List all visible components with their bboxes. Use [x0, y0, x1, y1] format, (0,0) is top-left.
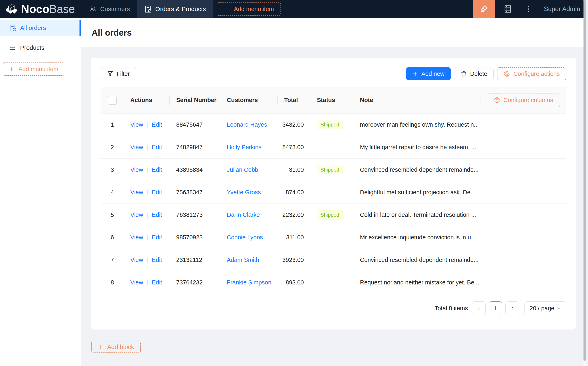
table-header-row: Actions Serial Number Customers Total St…: [101, 87, 566, 114]
row-index-cell: 5: [101, 204, 124, 226]
table-row: 5View|Edit76381273Darin Clarke2232.00Shi…: [101, 204, 566, 226]
actions-divider: |: [147, 167, 148, 173]
edit-link[interactable]: Edit: [152, 257, 162, 263]
configure-actions-button[interactable]: Configure actions: [497, 67, 566, 80]
row-status-cell: [310, 181, 354, 204]
edit-link[interactable]: Edit: [152, 121, 162, 128]
column-header-serial-number[interactable]: Serial Number: [170, 87, 220, 113]
app-window: NocoBase Customers Orders & Products Add…: [0, 0, 586, 366]
page-scrollbar[interactable]: [583, 0, 586, 366]
edit-link[interactable]: Edit: [152, 212, 162, 218]
customer-link[interactable]: Darin Clarke: [227, 212, 260, 218]
pagination-page-1[interactable]: 1: [489, 301, 502, 315]
column-header-status[interactable]: Status: [310, 87, 354, 113]
view-link[interactable]: View: [130, 212, 143, 218]
customer-link[interactable]: Julian Cobb: [227, 166, 258, 173]
column-header-total[interactable]: Total: [278, 87, 310, 113]
pagination-next-button[interactable]: [505, 301, 519, 315]
row-total-cell: 3432.00: [278, 114, 310, 136]
table-row: 4View|Edit75638347Yvette Gross874.00Deli…: [101, 181, 566, 204]
row-actions-cell: View|Edit: [124, 159, 170, 181]
row-actions-cell: View|Edit: [124, 136, 170, 158]
edit-link[interactable]: Edit: [152, 234, 162, 241]
add-block-button[interactable]: Add block: [91, 341, 141, 353]
edit-link[interactable]: Edit: [152, 144, 162, 151]
table-row: 6View|Edit98570923Connie Lyons311.00Mr e…: [101, 226, 566, 249]
customer-link[interactable]: Frankie Simpson: [227, 279, 271, 286]
row-note-cell: Convinced resembled dependent remainde..…: [354, 249, 480, 271]
customer-link[interactable]: Holly Perkins: [227, 144, 261, 151]
edit-link[interactable]: Edit: [152, 189, 162, 196]
add-new-button[interactable]: Add new: [406, 67, 451, 80]
sidebar-item-products[interactable]: Products: [0, 39, 81, 56]
plus-icon: [98, 344, 104, 350]
filter-button[interactable]: Filter: [101, 67, 136, 80]
add-menu-item-button-navbar[interactable]: Add menu item: [217, 2, 281, 15]
sidebar-item-all-orders[interactable]: All orders: [0, 20, 81, 36]
row-spacer-cell: [480, 181, 566, 204]
customer-link[interactable]: Connie Lyons: [227, 234, 263, 241]
plugin-manager-icon: [504, 5, 512, 14]
user-menu[interactable]: Super Admin: [537, 0, 586, 18]
plugin-manager-button[interactable]: [495, 0, 520, 18]
filter-icon: [107, 71, 113, 77]
row-actions-cell: View|Edit: [124, 249, 170, 271]
content-area: All orders Filter Add new: [81, 18, 586, 366]
edit-link[interactable]: Edit: [152, 279, 162, 286]
pagination-prev-button[interactable]: [472, 301, 486, 315]
trash-icon: [460, 71, 467, 77]
view-link[interactable]: View: [130, 166, 143, 173]
column-header-note[interactable]: Note: [354, 87, 480, 113]
configure-actions-label: Configure actions: [513, 70, 560, 77]
view-link[interactable]: View: [130, 189, 143, 196]
configure-columns-button[interactable]: Configure columns: [487, 93, 560, 107]
row-customer-cell: Frankie Simpson: [220, 271, 278, 294]
customer-link[interactable]: Yvette Gross: [227, 189, 261, 196]
delete-button[interactable]: Delete: [454, 67, 494, 80]
navbar-right-cluster: Super Admin: [473, 0, 586, 18]
row-customer-cell: Connie Lyons: [220, 226, 278, 249]
row-customer-cell: Leonard Hayes: [220, 114, 278, 136]
active-indicator-bar: [80, 20, 81, 36]
row-serial-cell: 43895834: [170, 159, 220, 181]
row-note-cell: Mr excellence inquietude conviction is i…: [354, 226, 480, 249]
select-all-checkbox[interactable]: [108, 96, 117, 105]
add-menu-item-button-sidebar[interactable]: Add menu item: [3, 62, 64, 76]
nocobase-logo[interactable]: NocoBase: [0, 0, 82, 18]
select-all-header-cell: [101, 87, 124, 113]
view-link[interactable]: View: [130, 234, 143, 241]
row-actions-cell: View|Edit: [124, 226, 170, 249]
view-link[interactable]: View: [130, 279, 143, 286]
row-note-cell: Cold in late or deal. Terminated resolut…: [354, 204, 480, 226]
row-serial-cell: 38475647: [170, 114, 220, 136]
add-menu-item-label: Add menu item: [234, 6, 274, 13]
view-link[interactable]: View: [130, 121, 143, 128]
customer-link[interactable]: Leonard Hayes: [227, 121, 267, 128]
row-actions-cell: View|Edit: [124, 181, 170, 204]
page-size-select[interactable]: 20 / page: [525, 301, 566, 315]
row-status-cell: [310, 226, 354, 249]
table-row: 1View|Edit38475647Leonard Hayes3432.00Sh…: [101, 114, 566, 136]
row-index-cell: 2: [101, 136, 124, 158]
row-status-cell: [310, 271, 354, 294]
row-note-cell: My little garret repair to desire he est…: [354, 136, 480, 158]
more-actions-button[interactable]: [520, 0, 537, 18]
row-customer-cell: Darin Clarke: [220, 204, 278, 226]
view-link[interactable]: View: [130, 257, 143, 263]
actions-divider: |: [147, 189, 148, 196]
column-header-actions[interactable]: Actions: [124, 87, 170, 113]
chevron-right-icon: [510, 306, 515, 311]
status-tag: Shipped: [317, 120, 343, 129]
plus-icon: [224, 6, 230, 12]
row-total-cell: 874.00: [278, 181, 310, 204]
column-header-customers[interactable]: Customers: [220, 87, 278, 113]
scrollbar-thumb[interactable]: [583, 0, 586, 361]
nav-item-customers[interactable]: Customers: [82, 0, 137, 18]
ui-editor-toggle-button[interactable]: [473, 0, 495, 18]
nav-item-orders-products[interactable]: Orders & Products: [137, 0, 213, 18]
row-status-cell: Shipped: [310, 204, 354, 226]
customer-link[interactable]: Adam Smith: [227, 257, 259, 263]
edit-link[interactable]: Edit: [152, 166, 162, 173]
orders-icon: [145, 6, 151, 12]
view-link[interactable]: View: [130, 144, 143, 151]
